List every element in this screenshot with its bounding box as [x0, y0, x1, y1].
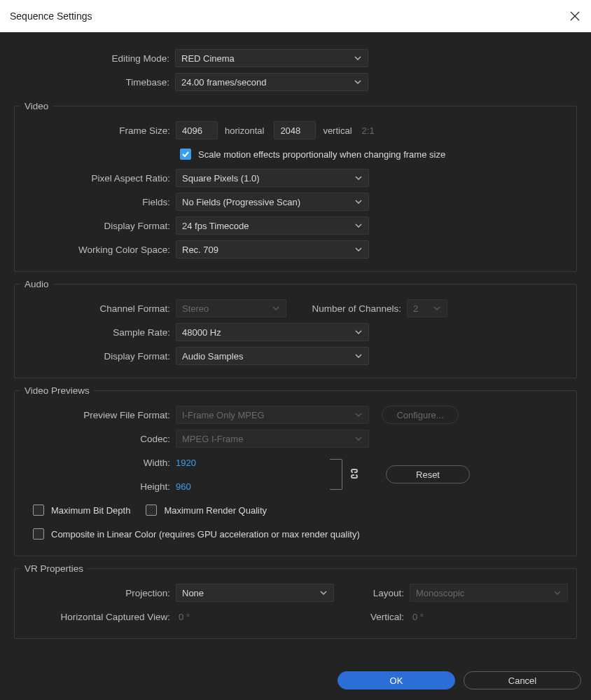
video-display-format-select[interactable]: 24 fps Timecode: [176, 217, 369, 235]
max-bit-depth-checkbox-row[interactable]: Maximum Bit Depth: [33, 505, 130, 516]
editing-mode-label: Editing Mode:: [7, 53, 175, 64]
scale-motion-checkbox[interactable]: [180, 149, 191, 160]
editing-mode-select[interactable]: RED Cinema: [175, 49, 368, 67]
preview-width-value[interactable]: 1920: [176, 458, 330, 468]
pixel-aspect-select[interactable]: Square Pixels (1.0): [176, 169, 369, 187]
horiz-captured-value: 0 °: [176, 612, 334, 622]
sample-rate-select[interactable]: 48000 Hz: [176, 323, 369, 341]
vertical-label: vertical: [323, 125, 352, 136]
timebase-select[interactable]: 24.00 frames/second: [175, 73, 368, 91]
video-previews-legend: Video Previews: [20, 385, 94, 396]
layout-select: Monoscopic: [410, 584, 568, 602]
scale-motion-label: Scale motion effects proportionally when…: [198, 149, 445, 160]
link-bracket-icon: [330, 459, 342, 490]
num-channels-select: 2: [407, 299, 447, 317]
chevron-down-icon: [354, 54, 362, 62]
dialog-body: Editing Mode: RED Cinema Timebase: 24.00…: [0, 32, 591, 639]
chevron-down-icon: [354, 78, 362, 86]
projection-label: Projection:: [20, 588, 176, 598]
audio-display-format-select[interactable]: Audio Samples: [176, 347, 369, 365]
video-display-format-label: Display Format:: [20, 221, 176, 231]
scale-motion-checkbox-row[interactable]: Scale motion effects proportionally when…: [180, 149, 445, 160]
timebase-value: 24.00 frames/second: [181, 77, 266, 88]
chevron-down-icon: [354, 352, 363, 360]
cancel-button[interactable]: Cancel: [464, 671, 581, 689]
window-title: Sequence Settings: [10, 11, 92, 22]
video-previews-group: Video Previews Preview File Format: I-Fr…: [14, 385, 577, 556]
pixel-aspect-label: Pixel Aspect Ratio:: [20, 173, 176, 184]
video-legend: Video: [20, 101, 53, 111]
close-icon[interactable]: [569, 10, 581, 22]
num-channels-label: Number of Channels:: [286, 303, 407, 314]
preview-height-label: Height:: [20, 481, 176, 492]
chevron-down-icon: [553, 589, 562, 597]
chevron-down-icon: [319, 589, 328, 597]
projection-select[interactable]: None: [176, 584, 334, 602]
composite-linear-checkbox[interactable]: [33, 528, 44, 540]
channel-format-select: Stereo: [176, 299, 286, 317]
max-render-quality-checkbox-row[interactable]: Maximum Render Quality: [146, 505, 267, 516]
frame-height-input[interactable]: 2048: [274, 121, 316, 139]
composite-linear-checkbox-row[interactable]: Composite in Linear Color (requires GPU …: [33, 528, 360, 540]
vr-vertical-label: Vertical:: [334, 612, 410, 622]
chevron-down-icon: [272, 304, 280, 313]
aspect-display: 2:1: [362, 125, 375, 136]
ok-button[interactable]: OK: [338, 671, 455, 689]
vr-properties-group: VR Properties Projection: None Layout: M…: [14, 563, 577, 639]
audio-display-format-label: Display Format:: [20, 351, 176, 362]
reset-button[interactable]: Reset: [386, 465, 470, 483]
chevron-down-icon: [354, 221, 363, 230]
vr-vertical-value: 0 °: [410, 612, 424, 622]
layout-label: Layout:: [334, 588, 410, 598]
chevron-down-icon: [354, 245, 363, 254]
vr-properties-legend: VR Properties: [20, 563, 88, 574]
configure-button: Configure...: [382, 406, 459, 424]
chevron-down-icon: [354, 411, 363, 419]
codec-label: Codec:: [20, 434, 176, 444]
preview-file-format-label: Preview File Format:: [20, 410, 176, 420]
color-space-label: Working Color Space:: [20, 245, 176, 255]
fields-label: Fields:: [20, 197, 176, 207]
max-render-quality-checkbox[interactable]: [146, 505, 157, 516]
channel-format-label: Channel Format:: [20, 303, 176, 314]
chevron-down-icon: [354, 174, 363, 182]
fields-select[interactable]: No Fields (Progressive Scan): [176, 193, 369, 211]
sample-rate-label: Sample Rate:: [20, 327, 176, 338]
horiz-captured-label: Horizontal Captured View:: [20, 612, 176, 622]
audio-legend: Audio: [20, 279, 53, 289]
link-icon[interactable]: [349, 468, 359, 481]
max-bit-depth-checkbox[interactable]: [33, 505, 44, 516]
preview-width-label: Width:: [20, 458, 176, 468]
timebase-label: Timebase:: [7, 77, 175, 88]
video-group: Video Frame Size: 4096 horizontal 2048 v…: [14, 101, 577, 272]
frame-width-input[interactable]: 4096: [176, 121, 218, 139]
codec-select: MPEG I-Frame: [176, 430, 369, 448]
preview-file-format-select: I-Frame Only MPEG: [176, 406, 369, 424]
preview-height-value[interactable]: 960: [176, 481, 330, 492]
audio-group: Audio Channel Format: Stereo Number of C…: [14, 279, 577, 378]
frame-size-label: Frame Size:: [20, 125, 176, 136]
titlebar: Sequence Settings: [0, 0, 591, 32]
chevron-down-icon: [354, 198, 363, 206]
chevron-down-icon: [354, 328, 363, 336]
editing-mode-value: RED Cinema: [181, 53, 235, 64]
chevron-down-icon: [433, 304, 441, 313]
chevron-down-icon: [354, 434, 363, 443]
color-space-select[interactable]: Rec. 709: [176, 240, 369, 259]
horizontal-label: horizontal: [225, 125, 264, 136]
dialog-footer: OK Cancel: [0, 661, 591, 700]
